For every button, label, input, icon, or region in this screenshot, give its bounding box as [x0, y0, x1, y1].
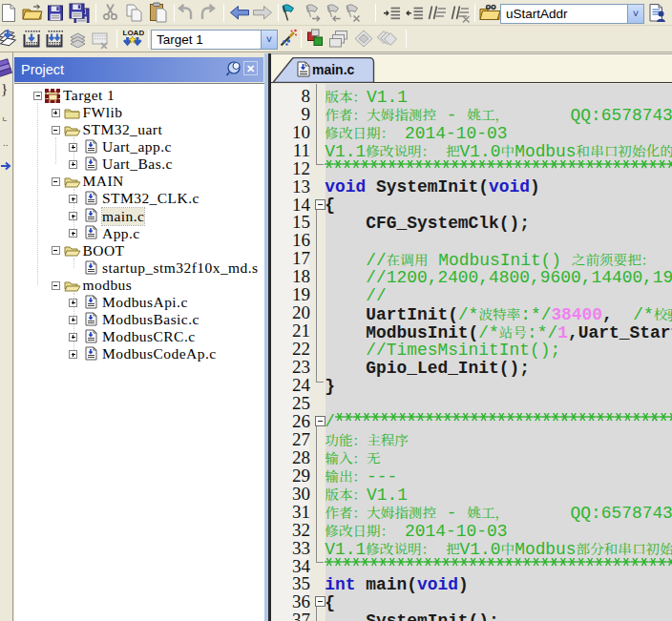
svg-text:LOAD: LOAD [123, 29, 145, 37]
